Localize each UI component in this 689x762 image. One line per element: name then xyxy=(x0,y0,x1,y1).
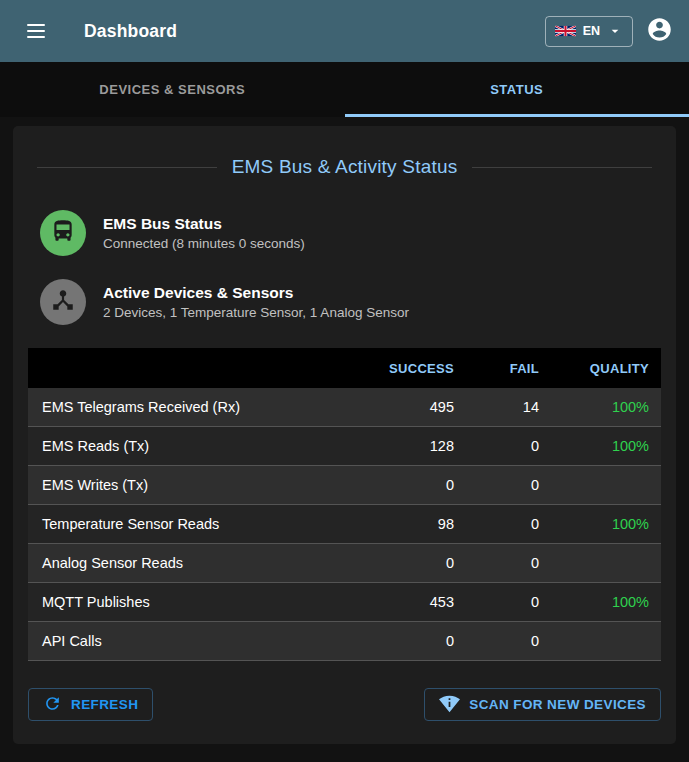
status-texts: Active Devices & Sensors 2 Devices, 1 Te… xyxy=(103,284,409,320)
row-success-value: 98 xyxy=(371,516,466,532)
hamburger-icon xyxy=(27,30,45,32)
row-success-value: 453 xyxy=(371,594,466,610)
divider xyxy=(472,167,652,168)
account-circle-icon xyxy=(646,16,673,46)
appbar-actions: EN xyxy=(545,15,675,47)
row-success-value: 0 xyxy=(371,555,466,571)
row-label: API Calls xyxy=(28,633,371,649)
row-success-value: 0 xyxy=(371,477,466,493)
table-row: MQTT Publishes 453 0 100% xyxy=(28,583,661,622)
row-quality-value: 100% xyxy=(551,399,661,415)
row-quality-value: 100% xyxy=(551,438,661,454)
card-footer: REFRESH SCAN FOR NEW DEVICES xyxy=(28,688,661,721)
table-header-fail: FAIL xyxy=(466,361,551,376)
table-body: EMS Telegrams Received (Rx) 495 14 100% … xyxy=(28,388,661,661)
status-texts: EMS Bus Status Connected (8 minutes 0 se… xyxy=(103,215,305,251)
refresh-button-label: REFRESH xyxy=(71,697,138,712)
row-label: EMS Telegrams Received (Rx) xyxy=(28,399,371,415)
divider xyxy=(37,167,217,168)
status-list: EMS Bus Status Connected (8 minutes 0 se… xyxy=(40,210,661,325)
device-hub-icon xyxy=(50,287,76,317)
activity-table: SUCCESS FAIL QUALITY EMS Telegrams Recei… xyxy=(28,348,661,661)
table-header: SUCCESS FAIL QUALITY xyxy=(28,348,661,388)
uk-flag-icon xyxy=(555,25,576,37)
table-row: Temperature Sensor Reads 98 0 100% xyxy=(28,505,661,544)
card-title: EMS Bus & Activity Status xyxy=(232,156,458,178)
row-label: Analog Sensor Reads xyxy=(28,555,371,571)
row-quality-value: 100% xyxy=(551,516,661,532)
row-success-value: 128 xyxy=(371,438,466,454)
row-label: EMS Writes (Tx) xyxy=(28,477,371,493)
avatar xyxy=(40,279,86,325)
status-card: EMS Bus & Activity Status EMS Bus Status… xyxy=(13,126,676,744)
status-item-subtitle: Connected (8 minutes 0 seconds) xyxy=(103,236,305,251)
row-fail-value: 0 xyxy=(466,438,551,454)
list-item-ems-bus-status: EMS Bus Status Connected (8 minutes 0 se… xyxy=(40,210,661,256)
row-fail-value: 0 xyxy=(466,633,551,649)
hamburger-icon xyxy=(27,36,45,38)
row-label: EMS Reads (Tx) xyxy=(28,438,371,454)
row-label: MQTT Publishes xyxy=(28,594,371,610)
scan-for-new-devices-button[interactable]: SCAN FOR NEW DEVICES xyxy=(424,688,661,721)
row-quality-value: 100% xyxy=(551,594,661,610)
hamburger-menu-button[interactable] xyxy=(16,11,56,51)
scan-wifi-icon xyxy=(439,693,460,717)
status-item-subtitle: 2 Devices, 1 Temperature Sensor, 1 Analo… xyxy=(103,305,409,320)
tab-bar: DEVICES & SENSORS STATUS xyxy=(0,62,689,117)
avatar xyxy=(40,210,86,256)
refresh-icon xyxy=(43,694,62,716)
language-label: EN xyxy=(583,24,600,38)
row-success-value: 495 xyxy=(371,399,466,415)
tab-status[interactable]: STATUS xyxy=(345,62,689,117)
bus-icon xyxy=(50,218,76,248)
table-row: EMS Reads (Tx) 128 0 100% xyxy=(28,427,661,466)
list-item-active-devices: Active Devices & Sensors 2 Devices, 1 Te… xyxy=(40,279,661,325)
table-header-quality: QUALITY xyxy=(551,361,661,376)
row-label: Temperature Sensor Reads xyxy=(28,516,371,532)
row-fail-value: 14 xyxy=(466,399,551,415)
row-fail-value: 0 xyxy=(466,477,551,493)
account-button[interactable] xyxy=(643,15,675,47)
language-selector[interactable]: EN xyxy=(545,16,633,47)
app-header: Dashboard EN xyxy=(0,0,689,62)
hamburger-icon xyxy=(27,24,45,26)
status-item-title: EMS Bus Status xyxy=(103,215,305,233)
row-success-value: 0 xyxy=(371,633,466,649)
tab-devices-sensors[interactable]: DEVICES & SENSORS xyxy=(0,62,345,117)
scan-button-label: SCAN FOR NEW DEVICES xyxy=(469,697,646,712)
refresh-button[interactable]: REFRESH xyxy=(28,688,153,721)
status-item-title: Active Devices & Sensors xyxy=(103,284,409,302)
row-fail-value: 0 xyxy=(466,516,551,532)
row-fail-value: 0 xyxy=(466,594,551,610)
table-row: EMS Writes (Tx) 0 0 xyxy=(28,466,661,505)
table-row: Analog Sensor Reads 0 0 xyxy=(28,544,661,583)
card-title-row: EMS Bus & Activity Status xyxy=(37,156,652,178)
row-fail-value: 0 xyxy=(466,555,551,571)
table-row: API Calls 0 0 xyxy=(28,622,661,661)
table-header-success: SUCCESS xyxy=(371,361,466,376)
page-title: Dashboard xyxy=(84,21,177,42)
table-row: EMS Telegrams Received (Rx) 495 14 100% xyxy=(28,388,661,427)
chevron-down-icon xyxy=(607,23,623,39)
